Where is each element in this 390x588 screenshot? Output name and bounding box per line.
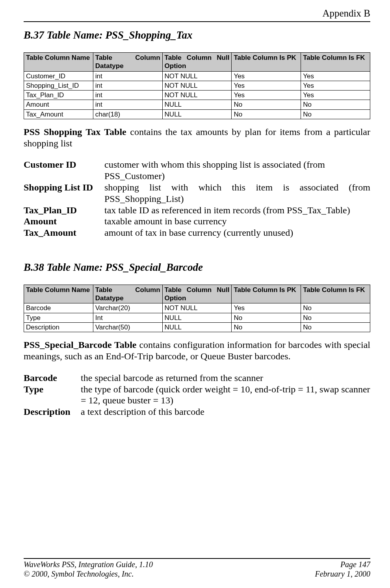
cell: No	[301, 322, 370, 332]
table-header-row: Table Column Name TableColumn Datatype T…	[24, 285, 370, 303]
footer-left-1: WaveWorks PSS, Integration Guide, 1.10	[24, 560, 153, 569]
col-name-header: Table Column Name	[24, 53, 93, 72]
cell: Yes	[232, 91, 301, 100]
desc-term: Barcode	[24, 372, 81, 384]
cell: No	[232, 313, 301, 322]
cell: NULL	[162, 322, 232, 332]
cell: int	[93, 81, 162, 90]
cell: NOT NULL	[162, 71, 232, 81]
table-header-row: Table Column Name TableColumn Datatype T…	[24, 53, 370, 72]
b37-descriptions: Customer IDcustomer with whom this shopp…	[24, 159, 370, 239]
desc-def: the special barcode as returned from the…	[81, 372, 370, 384]
table-row: Amount int NULL No No	[24, 100, 370, 109]
cell: Type	[24, 313, 93, 322]
desc-term: Customer ID	[24, 159, 104, 182]
col-pk-header: Table Column Is PK	[232, 285, 301, 303]
desc-def: tax table ID as referenced in item recor…	[104, 205, 370, 216]
cell: NULL	[162, 109, 232, 119]
desc-def: the type of barcode (quick order weight …	[81, 384, 370, 407]
cell: Yes	[301, 81, 370, 90]
desc-def: shopping list with which this item is as…	[104, 182, 370, 193]
cell: Int	[93, 313, 162, 322]
table-row: Tax_Plan_ID int NOT NULL Yes Yes	[24, 91, 370, 100]
b38-summary-bold: PSS_Special_Barcode Table	[24, 340, 137, 350]
table-row: Description Varchar(50) NULL No No	[24, 322, 370, 332]
desc-term: Shopping List ID	[24, 182, 104, 193]
cell: Shopping_List_ID	[24, 81, 93, 90]
desc-term: Type	[24, 384, 81, 407]
footer-rule	[24, 558, 370, 559]
col-name-header: Table Column Name	[24, 285, 93, 303]
appendix-label: Appendix B	[24, 8, 370, 19]
col-fk-header: Table Column Is FK	[301, 53, 370, 72]
cell: Yes	[301, 91, 370, 100]
cell: int	[93, 100, 162, 109]
footer-left-2: © 2000, Symbol Technologies, Inc.	[24, 569, 134, 579]
cell: NOT NULL	[162, 303, 232, 313]
desc-term: Amount	[24, 216, 104, 227]
cell: No	[301, 313, 370, 322]
b37-summary: PSS Shopping Tax Table contains the tax …	[24, 126, 370, 149]
cell: NULL	[162, 313, 232, 322]
section-b37-title: B.37 Table Name: PSS_Shopping_Tax	[24, 29, 370, 41]
desc-def: a text description of this barcode	[81, 406, 370, 418]
table-row: Shopping_List_ID int NOT NULL Yes Yes	[24, 81, 370, 90]
cell: No	[301, 109, 370, 119]
cell: No	[232, 109, 301, 119]
page: Appendix B B.37 Table Name: PSS_Shopping…	[0, 0, 390, 588]
cell: Yes	[301, 71, 370, 81]
desc-def: PSS_Shopping_List)	[104, 193, 370, 205]
b37-summary-bold: PSS Shopping Tax Table	[24, 127, 126, 137]
desc-term: Description	[24, 406, 81, 418]
section-b38-title: B.38 Table Name: PSS_Special_Barcode	[24, 261, 370, 274]
col-datatype-header: TableColumn Datatype	[93, 285, 162, 303]
table-row: Customer_ID int NOT NULL Yes Yes	[24, 71, 370, 81]
col-fk-header: Table Column Is FK	[301, 285, 370, 303]
table-row: Type Int NULL No No	[24, 313, 370, 322]
cell: Amount	[24, 100, 93, 109]
cell: Yes	[232, 71, 301, 81]
footer-right-2: February 1, 2000	[315, 569, 370, 579]
footer-right-1: Page 147	[340, 560, 370, 569]
table-row: Barcode Varchar(20) NOT NULL Yes No	[24, 303, 370, 313]
table-row: Tax_Amount char(18) NULL No No	[24, 109, 370, 119]
b38-summary: PSS_Special_Barcode Table contains confi…	[24, 339, 370, 362]
desc-def: taxable amount in base currency	[104, 216, 370, 227]
col-nullopt-header: TableColumnNull Option	[162, 53, 232, 72]
col-datatype-header: TableColumn Datatype	[93, 53, 162, 72]
cell: Tax_Amount	[24, 109, 93, 119]
cell: No	[301, 303, 370, 313]
cell: No	[232, 322, 301, 332]
cell: int	[93, 91, 162, 100]
cell: NOT NULL	[162, 81, 232, 90]
cell: Varchar(50)	[93, 322, 162, 332]
table-b38: Table Column Name TableColumn Datatype T…	[24, 285, 370, 332]
col-pk-header: Table Column Is PK	[232, 53, 301, 72]
cell: int	[93, 71, 162, 81]
cell: NULL	[162, 100, 232, 109]
desc-term: Tax_Amount	[24, 227, 104, 239]
cell: Customer_ID	[24, 71, 93, 81]
header-rule	[24, 21, 370, 22]
desc-def: customer with whom this shopping list is…	[104, 159, 370, 182]
cell: Yes	[232, 303, 301, 313]
footer: WaveWorks PSS, Integration Guide, 1.10 P…	[24, 558, 370, 579]
cell: Varchar(20)	[93, 303, 162, 313]
cell: No	[301, 100, 370, 109]
b38-descriptions: Barcodethe special barcode as returned f…	[24, 372, 370, 418]
desc-def: amount of tax in base currency (currentl…	[104, 227, 370, 239]
cell: Barcode	[24, 303, 93, 313]
table-b37: Table Column Name TableColumn Datatype T…	[24, 52, 370, 119]
cell: No	[232, 100, 301, 109]
col-nullopt-header: TableColumnNull Option	[162, 285, 232, 303]
cell: Tax_Plan_ID	[24, 91, 93, 100]
cell: Description	[24, 322, 93, 332]
desc-term	[24, 193, 104, 205]
cell: Yes	[232, 81, 301, 90]
desc-term: Tax_Plan_ID	[24, 205, 104, 216]
cell: char(18)	[93, 109, 162, 119]
cell: NOT NULL	[162, 91, 232, 100]
